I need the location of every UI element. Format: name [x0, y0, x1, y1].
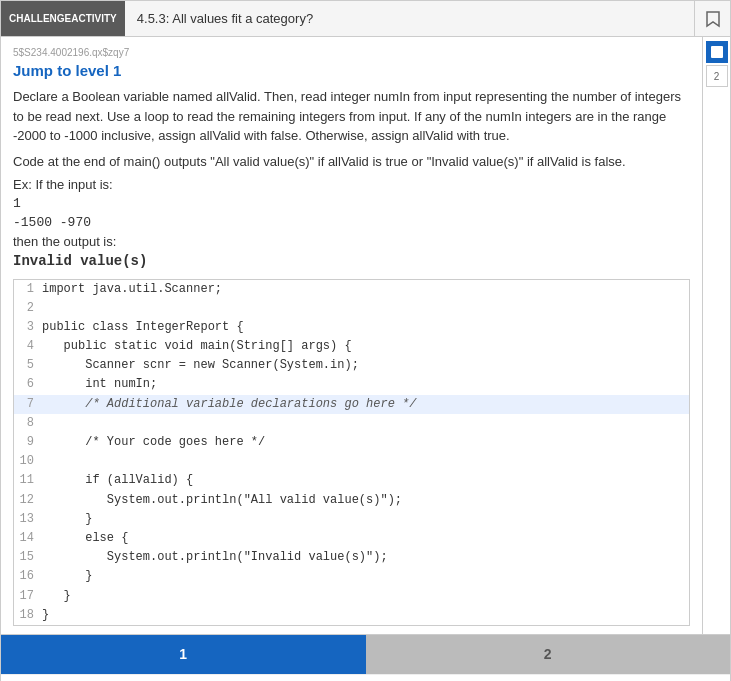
- line-number: 3: [18, 318, 42, 337]
- example-input-line1: 1: [13, 196, 690, 211]
- code-line: 4 public static void main(String[] args)…: [14, 337, 689, 356]
- code-line: 11 if (allValid) {: [14, 471, 689, 490]
- line-code: import java.util.Scanner;: [42, 280, 222, 299]
- bookmark-icon[interactable]: [694, 1, 730, 37]
- code-line: 16 }: [14, 567, 689, 586]
- page-wrapper: CHALLENGE ACTIVITY 4.5.3: All values fit…: [0, 0, 731, 681]
- level-tabs: 1 2: [1, 634, 730, 674]
- example-output: Invalid value(s): [13, 253, 690, 269]
- description-text: Declare a Boolean variable named allVali…: [13, 87, 690, 146]
- line-code: }: [42, 606, 49, 625]
- svg-text:✓: ✓: [713, 48, 720, 57]
- line-code: System.out.println("Invalid value(s)");: [42, 548, 388, 567]
- example-label: Ex: If the input is:: [13, 177, 690, 192]
- line-number: 14: [18, 529, 42, 548]
- main-content: 5$S234.4002196.qx$zqy7 Jump to level 1 D…: [1, 37, 702, 634]
- line-code: }: [42, 587, 71, 606]
- line-number: 9: [18, 433, 42, 452]
- sidebar: ✓ 2: [702, 37, 730, 634]
- example-input-line2: -1500 -970: [13, 215, 690, 230]
- line-number: 13: [18, 510, 42, 529]
- bottom-bar: Check Next level: [1, 674, 730, 681]
- session-id: 5$S234.4002196.qx$zqy7: [13, 45, 690, 62]
- level-tab-2[interactable]: 2: [366, 635, 731, 674]
- code-description: Code at the end of main() outputs "All v…: [13, 154, 690, 169]
- line-number: 12: [18, 491, 42, 510]
- jump-to-level[interactable]: Jump to level 1: [13, 62, 690, 79]
- line-number: 11: [18, 471, 42, 490]
- line-number: 6: [18, 375, 42, 394]
- line-number: 2: [18, 299, 42, 318]
- code-line: 12 System.out.println("All valid value(s…: [14, 491, 689, 510]
- line-code: System.out.println("All valid value(s)")…: [42, 491, 402, 510]
- line-code: else {: [42, 529, 128, 548]
- code-line: 1import java.util.Scanner;: [14, 280, 689, 299]
- line-code: public static void main(String[] args) {: [42, 337, 352, 356]
- code-line: 3public class IntegerReport {: [14, 318, 689, 337]
- level-tab-1[interactable]: 1: [1, 635, 366, 674]
- code-line: 13 }: [14, 510, 689, 529]
- code-line: 7 /* Additional variable declarations go…: [14, 395, 689, 414]
- code-line: 14 else {: [14, 529, 689, 548]
- code-line: 17 }: [14, 587, 689, 606]
- line-code: /* Your code goes here */: [42, 433, 265, 452]
- challenge-title: 4.5.3: All values fit a category?: [125, 11, 694, 26]
- line-code: Scanner scnr = new Scanner(System.in);: [42, 356, 359, 375]
- content-area: 5$S234.4002196.qx$zqy7 Jump to level 1 D…: [1, 37, 730, 634]
- line-number: 16: [18, 567, 42, 586]
- code-line: 6 int numIn;: [14, 375, 689, 394]
- code-line: 2: [14, 299, 689, 318]
- sidebar-level-2[interactable]: 2: [706, 65, 728, 87]
- line-number: 17: [18, 587, 42, 606]
- line-number: 18: [18, 606, 42, 625]
- line-code: if (allValid) {: [42, 471, 193, 490]
- code-line: 9 /* Your code goes here */: [14, 433, 689, 452]
- line-number: 5: [18, 356, 42, 375]
- line-number: 10: [18, 452, 42, 471]
- code-editor[interactable]: 1import java.util.Scanner;23public class…: [13, 279, 690, 626]
- sidebar-level-1[interactable]: ✓: [706, 41, 728, 63]
- line-code: }: [42, 510, 92, 529]
- header: CHALLENGE ACTIVITY 4.5.3: All values fit…: [1, 1, 730, 37]
- then-label: then the output is:: [13, 234, 690, 249]
- line-number: 1: [18, 280, 42, 299]
- challenge-activity-label: CHALLENGE ACTIVITY: [1, 1, 125, 36]
- code-line: 15 System.out.println("Invalid value(s)"…: [14, 548, 689, 567]
- line-code: /* Additional variable declarations go h…: [42, 395, 416, 414]
- line-number: 15: [18, 548, 42, 567]
- line-code: }: [42, 567, 92, 586]
- line-number: 4: [18, 337, 42, 356]
- code-line: 18}: [14, 606, 689, 625]
- code-line: 5 Scanner scnr = new Scanner(System.in);: [14, 356, 689, 375]
- line-number: 7: [18, 395, 42, 414]
- code-line: 8: [14, 414, 689, 433]
- line-code: public class IntegerReport {: [42, 318, 244, 337]
- line-code: int numIn;: [42, 375, 157, 394]
- line-number: 8: [18, 414, 42, 433]
- code-line: 10: [14, 452, 689, 471]
